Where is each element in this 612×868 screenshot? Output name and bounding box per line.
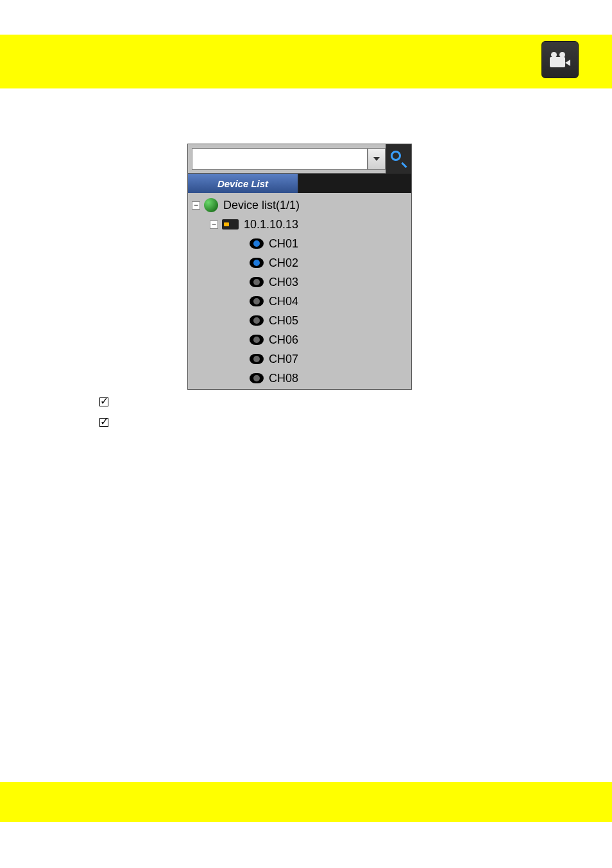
- camera-eye-icon: [250, 335, 264, 345]
- channel-label: CH02: [269, 256, 298, 270]
- tree-channel[interactable]: CH06: [188, 330, 411, 349]
- header-band: [0, 35, 612, 88]
- camera-eye-icon: [250, 315, 264, 326]
- tab-strip-remainder: [298, 174, 411, 193]
- nvr-icon: [222, 219, 239, 230]
- device-ip-label: 10.1.10.13: [244, 218, 298, 231]
- list-item: [99, 418, 119, 427]
- check-icon: [99, 418, 108, 427]
- device-list-panel: Device List − Device list(1/1) − 10.1.10…: [187, 144, 412, 390]
- channel-label: CH01: [269, 237, 298, 251]
- check-icon: [99, 397, 108, 406]
- camera-eye-icon: [250, 277, 264, 287]
- globe-icon: [204, 198, 218, 212]
- camera-eye-icon: [250, 373, 264, 383]
- search-button[interactable]: [386, 144, 411, 174]
- tree-channel[interactable]: CH08: [188, 369, 411, 388]
- tab-device-list[interactable]: Device List: [188, 174, 298, 193]
- tree-channel[interactable]: CH05: [188, 311, 411, 330]
- checkbox-list: [99, 397, 119, 438]
- tree-channel[interactable]: CH04: [188, 292, 411, 311]
- collapse-icon[interactable]: −: [192, 201, 200, 210]
- camera-eye-icon: [250, 296, 264, 306]
- search-dropdown-button[interactable]: [368, 148, 386, 170]
- tree-channel[interactable]: CH07: [188, 349, 411, 369]
- camera-eye-icon: [250, 258, 264, 268]
- camera-eye-icon: [250, 354, 264, 364]
- search-input[interactable]: [192, 148, 368, 170]
- channel-label: CH07: [269, 353, 298, 366]
- channel-label: CH03: [269, 276, 298, 289]
- tree-root-label: Device list(1/1): [223, 199, 300, 212]
- video-mode-button[interactable]: [541, 41, 579, 78]
- camera-eye-icon: [250, 238, 264, 249]
- search-row: [188, 144, 411, 174]
- tree-channel[interactable]: CH01: [188, 234, 411, 253]
- tree-channel[interactable]: CH02: [188, 253, 411, 272]
- channel-label: CH05: [269, 314, 298, 328]
- footer-band: [0, 782, 612, 822]
- video-camera-icon: [550, 52, 570, 67]
- search-icon: [391, 151, 407, 167]
- channel-label: CH08: [269, 372, 298, 385]
- collapse-icon[interactable]: −: [210, 221, 218, 229]
- list-item: [99, 397, 119, 406]
- tree-channel[interactable]: CH03: [188, 272, 411, 292]
- channel-label: CH04: [269, 295, 298, 308]
- tree-device[interactable]: − 10.1.10.13: [188, 215, 411, 234]
- chevron-down-icon: [373, 157, 380, 161]
- channel-label: CH06: [269, 333, 298, 347]
- tab-strip: Device List: [188, 174, 411, 193]
- tree-root[interactable]: − Device list(1/1): [188, 196, 411, 215]
- device-tree: − Device list(1/1) − 10.1.10.13 CH01CH02…: [188, 193, 411, 388]
